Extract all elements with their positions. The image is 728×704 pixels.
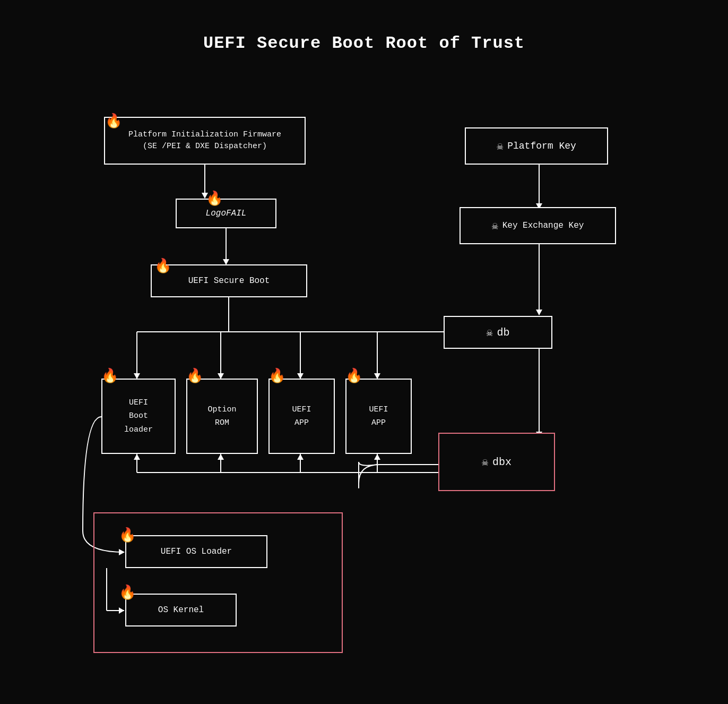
platform-firmware-box: Platform Initialization Firmware(SE /PEI… bbox=[104, 117, 306, 165]
dbx-box: ☠ dbx bbox=[438, 433, 555, 491]
flame-5: 🔥 bbox=[186, 367, 203, 384]
os-kernel-box: OS Kernel bbox=[125, 594, 237, 626]
main-title: UEFI Secure Boot Root of Trust bbox=[72, 33, 656, 53]
svg-marker-7 bbox=[536, 310, 542, 315]
logofail-box: LogoFAIL bbox=[176, 199, 276, 228]
key-exchange-key-box: ☠ Key Exchange Key bbox=[460, 207, 616, 244]
skull-icon-db: ☠ bbox=[486, 326, 492, 339]
platform-key-box: ☠ Platform Key bbox=[465, 127, 608, 165]
svg-marker-29 bbox=[374, 454, 380, 460]
flame-9: 🔥 bbox=[119, 584, 136, 601]
flame-7: 🔥 bbox=[345, 367, 362, 384]
option-rom-box: OptionROM bbox=[186, 379, 258, 454]
flame-2: 🔥 bbox=[206, 190, 223, 207]
flame-4: 🔥 bbox=[101, 367, 118, 384]
uefi-secure-boot-box: UEFI Secure Boot bbox=[151, 264, 307, 297]
skull-icon-pk: ☠ bbox=[497, 140, 503, 153]
flame-3: 🔥 bbox=[154, 257, 171, 274]
skull-icon-kek: ☠ bbox=[492, 219, 498, 233]
uefi-app1-box: UEFIAPP bbox=[268, 379, 335, 454]
uefi-boot-loader-box: UEFIBootloader bbox=[101, 379, 176, 454]
svg-marker-27 bbox=[297, 454, 304, 460]
svg-marker-23 bbox=[134, 454, 140, 460]
svg-marker-25 bbox=[218, 454, 224, 460]
uefi-app2-box: UEFIAPP bbox=[345, 379, 412, 454]
uefi-os-loader-box: UEFI OS Loader bbox=[125, 535, 267, 568]
skull-icon-dbx: ☠ bbox=[482, 456, 488, 469]
flame-1: 🔥 bbox=[105, 113, 122, 130]
flame-6: 🔥 bbox=[268, 367, 285, 384]
diagram-area: 🔥 🔥 🔥 🔥 🔥 🔥 🔥 🔥 🔥 Platform Initializatio… bbox=[72, 69, 656, 669]
flame-8: 🔥 bbox=[119, 527, 136, 544]
db-box: ☠ db bbox=[444, 316, 552, 349]
diagram-container: UEFI Secure Boot Root of Trust bbox=[72, 33, 656, 671]
